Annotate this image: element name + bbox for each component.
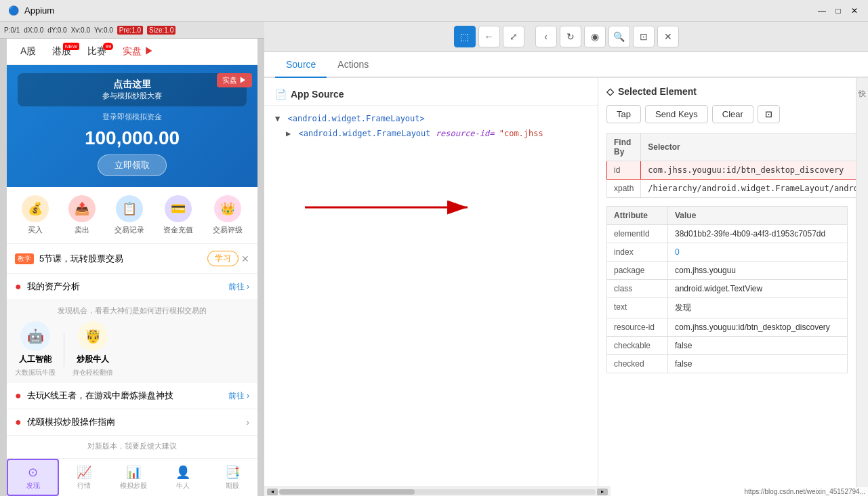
expand-icon-2[interactable]: ▶ xyxy=(286,129,291,138)
app-icon: 🔵 xyxy=(8,5,19,16)
source-header-label: App Source xyxy=(291,89,344,100)
minimize-button[interactable]: — xyxy=(817,5,827,16)
clear-button[interactable]: Clear xyxy=(712,105,753,123)
hero-promo: 点击这里 参与模拟炒股大赛 xyxy=(18,73,247,106)
real-trade-button[interactable]: 实盘 ▶ xyxy=(217,73,252,87)
attr-val-checkable: false xyxy=(668,337,848,355)
nav-discover[interactable]: ⊙ 发现 xyxy=(7,459,59,496)
copy-button[interactable]: ⊡ xyxy=(758,105,780,123)
nav-stock[interactable]: 📑 期股 xyxy=(208,459,257,496)
icon-buy[interactable]: 💰 买入 xyxy=(22,195,49,235)
sell-label: 卖出 xyxy=(75,225,89,235)
toolbar-search[interactable]: 🔍 xyxy=(608,26,630,47)
assets-right: 前往 › xyxy=(228,281,249,293)
attr-row-resourceid: resource-id com.jhss.youguu:id/btn_deskt… xyxy=(607,318,848,337)
guide-text: 优颐模拟炒股操作指南 xyxy=(27,416,115,428)
hero-amount: 100,000.00 xyxy=(18,127,247,149)
tab-actions[interactable]: Actions xyxy=(327,52,379,78)
source-header: 📄 App Source xyxy=(264,83,598,106)
tree-item-1[interactable]: ▼ <android.widget.FrameLayout> xyxy=(264,111,598,126)
find-key-xpath: xpath xyxy=(607,180,641,198)
rating-label: 交易评级 xyxy=(213,225,243,235)
toolbar-back[interactable]: ← xyxy=(478,26,500,47)
selected-panel: ◇ Selected Element Tap Send Keys Clear ⊡… xyxy=(598,78,856,496)
competition-badge: 99 xyxy=(103,43,113,50)
toolbar-nav-back[interactable]: ‹ xyxy=(535,26,557,47)
tab-competition[interactable]: 比赛 99 xyxy=(79,39,115,64)
guide-right: › xyxy=(246,417,249,428)
scroll-area[interactable]: ◂ ▸ xyxy=(264,487,598,496)
arrow-container xyxy=(264,146,598,241)
content-area: 📄 App Source ▼ <android.widget.FrameLayo… xyxy=(264,78,868,496)
titlebar-controls: — □ ✕ xyxy=(817,5,860,16)
attr-row-elementid: elementId 38d01bb2-39fe-4b09-a4f3-d1953c… xyxy=(607,225,848,243)
toolbar-refresh[interactable]: ↻ xyxy=(560,26,581,47)
sell-icon: 📤 xyxy=(68,195,96,222)
ai-name-1: 人工智能 xyxy=(19,354,51,365)
find-row-id: id com.jhss.youguu:id/btn_desktop_discov… xyxy=(607,161,856,180)
app-title: Appium xyxy=(24,5,54,16)
icon-history[interactable]: 📋 交易记录 xyxy=(115,195,144,235)
tab-hk-stock[interactable]: 港股 NEW xyxy=(44,39,79,64)
nav-simulate[interactable]: 📊 模拟炒股 xyxy=(108,459,158,496)
find-key-id: id xyxy=(607,161,641,180)
list-item-kline[interactable]: ● 去玩K线王者，在游戏中磨炼操盘神技 前往 › xyxy=(7,383,257,409)
tab-real-trade[interactable]: 实盘 ▶ xyxy=(115,39,162,64)
tab-source[interactable]: Source xyxy=(275,52,327,78)
rating-icon: 👑 xyxy=(214,195,241,222)
toolbar-select[interactable]: ⬚ xyxy=(454,26,476,47)
buy-icon: 💰 xyxy=(22,195,49,222)
attr-row-package: package com.jhss.youguu xyxy=(607,262,848,280)
status-dy: dY:0.0 xyxy=(47,26,66,34)
ai-sub-2: 持仓轻松翻倍 xyxy=(73,368,113,377)
attributes-table: Attribute Value elementId 38d01bb2-39fe-… xyxy=(606,206,848,373)
send-keys-button[interactable]: Send Keys xyxy=(645,105,708,123)
toolbar-copy[interactable]: ⊡ xyxy=(633,26,655,47)
scroll-left[interactable]: ◂ xyxy=(267,489,278,495)
master-nav-icon: 👤 xyxy=(175,465,190,480)
tab-a-stock[interactable]: A股 xyxy=(12,39,44,64)
nav-market[interactable]: 📈 行情 xyxy=(59,459,108,496)
assets-left: ● 我的资产分析 xyxy=(15,281,80,293)
list-item-guide[interactable]: ● 优颐模拟炒股操作指南 › xyxy=(7,409,257,436)
nav-master[interactable]: 👤 牛人 xyxy=(159,459,208,496)
hero-subtext: 登录即领模拟资金 xyxy=(18,112,247,122)
maximize-button[interactable]: □ xyxy=(833,5,844,16)
hero-button[interactable]: 立即领取 xyxy=(98,154,167,176)
scroll-thumb[interactable] xyxy=(279,489,415,495)
status-dx: dX:0.0 xyxy=(24,26,43,34)
attr-key-checkable: checkable xyxy=(607,337,668,355)
master-nav-label: 牛人 xyxy=(176,481,190,491)
ai-item-1[interactable]: 🤖 人工智能 大数据玩牛股 xyxy=(15,321,56,377)
course-close[interactable]: ✕ xyxy=(241,253,249,264)
right-sidebar: 快 xyxy=(856,78,868,496)
list-item-assets[interactable]: ● 我的资产分析 前往 › xyxy=(7,274,257,300)
guide-icon: ● xyxy=(15,416,22,428)
expand-icon-1[interactable]: ▼ xyxy=(275,114,280,123)
phone-status-bar: P:0/1 dX:0.0 dY:0.0 Xv:0.0 Yv:0.0 Pre:1.… xyxy=(0,22,264,39)
toolbar-eye[interactable]: ◉ xyxy=(584,26,606,47)
find-row-xpath: xpath /hierarchy/android.widget.FrameLay… xyxy=(607,180,856,198)
attr-val-checked: false xyxy=(668,355,848,373)
stock-nav-icon: 📑 xyxy=(225,465,240,480)
icon-rating[interactable]: 👑 交易评级 xyxy=(213,195,243,235)
discover-section: 发现机会，看看大神们是如何进行模拟交易的 🤖 人工智能 大数据玩牛股 🤴 炒股牛… xyxy=(7,300,257,383)
icon-grid: 💰 买入 📤 卖出 📋 交易记录 💳 资金充值 👑 交易评级 xyxy=(7,187,257,244)
tree-item-2[interactable]: ▶ <android.widget.FrameLayout resource-i… xyxy=(264,126,598,141)
close-button[interactable]: ✕ xyxy=(849,5,860,16)
attr-row-checkable: checkable false xyxy=(607,337,848,355)
selector-header: Selector xyxy=(641,133,856,161)
toolbar-close[interactable]: ✕ xyxy=(657,26,679,47)
icon-recharge[interactable]: 💳 资金充值 xyxy=(163,195,193,235)
find-by-table: Find By Selector id com.jhss.youguu:id/b… xyxy=(606,133,856,198)
feedback-text[interactable]: 对新版本，我要反馈大建议 xyxy=(7,436,257,457)
scroll-right[interactable]: ▸ xyxy=(597,489,598,495)
toolbar-expand[interactable]: ⤢ xyxy=(503,26,524,47)
source-panel: 📄 App Source ▼ <android.widget.FrameLayo… xyxy=(264,78,598,496)
learn-button[interactable]: 学习 xyxy=(207,251,239,266)
course-text: 5节课，玩转股票交易 xyxy=(39,253,123,265)
tap-button[interactable]: Tap xyxy=(606,105,641,123)
icon-sell[interactable]: 📤 卖出 xyxy=(68,195,96,235)
ai-item-2[interactable]: 🤴 炒股牛人 持仓轻松翻倍 xyxy=(73,321,113,377)
attr-val-resourceid: com.jhss.youguu:id/btn_desktop_discovery xyxy=(668,318,848,337)
